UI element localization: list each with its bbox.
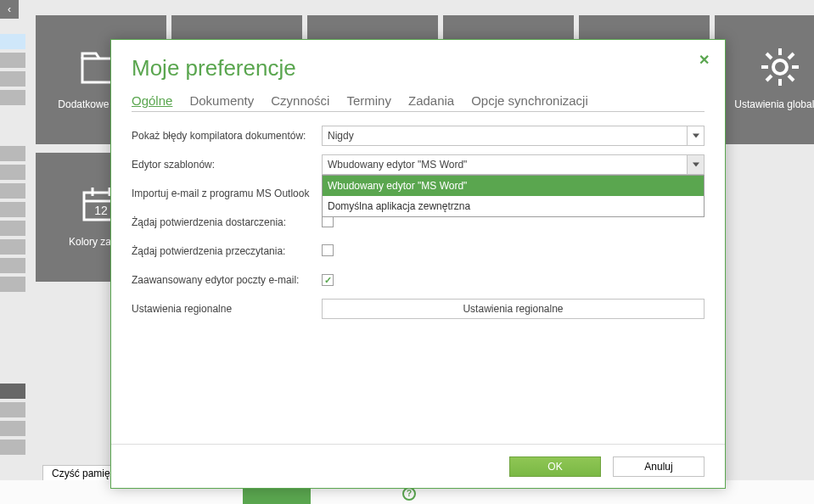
svg-text:12: 12 (94, 204, 108, 217)
tab-zadania[interactable]: Zadania (408, 93, 454, 108)
advanced-email-label: Zaawansowany edytor poczty e-mail: (132, 274, 322, 286)
help-icon[interactable]: ? (402, 487, 416, 501)
read-confirm-label: Żądaj potwierdzenia przeczytania: (132, 245, 322, 257)
tab-terminy[interactable]: Terminy (346, 93, 391, 108)
ok-button-label: OK (547, 461, 562, 473)
template-editor-value: Wbudowany edytor "MS Word" (328, 159, 467, 171)
nav-tile-label: Ustawienia globalne (729, 98, 814, 110)
dialog-tabs: OgólneDokumentyCzynnościTerminyZadaniaOp… (132, 93, 705, 112)
cancel-button[interactable]: Anuluj (613, 456, 705, 477)
clear-memory-label: Czyść pamięć (52, 468, 115, 479)
svg-line-7 (789, 76, 794, 81)
regional-settings-button-label: Ustawienia regionalne (463, 303, 563, 315)
compiler-errors-label: Pokaż błędy kompilatora dokumentów: (132, 130, 322, 142)
regional-label: Ustawienia regionalne (132, 303, 322, 315)
nav-tile[interactable]: Ustawienia globalne (715, 15, 814, 144)
template-editor-option[interactable]: Domyślna aplikacja zewnętrzna (323, 196, 704, 216)
compiler-errors-select[interactable]: Nigdy (322, 126, 705, 146)
chevron-down-icon (687, 155, 704, 174)
ok-button[interactable]: OK (509, 456, 601, 477)
tab-ogólne[interactable]: Ogólne (132, 93, 172, 108)
cancel-button-label: Anuluj (644, 461, 672, 473)
advanced-email-checkbox[interactable] (322, 274, 334, 286)
svg-point-1 (773, 60, 787, 74)
gear-icon (757, 44, 803, 90)
regional-settings-button[interactable]: Ustawienia regionalne (322, 299, 705, 319)
close-button[interactable]: ✕ (699, 52, 710, 68)
template-editor-option[interactable]: Wbudowany edytor "MS Word" (323, 176, 704, 196)
template-editor-select[interactable]: Wbudowany edytor "MS Word" (322, 154, 705, 175)
svg-line-9 (766, 76, 772, 81)
tab-dokumenty[interactable]: Dokumenty (189, 93, 254, 108)
compiler-errors-value: Nigdy (328, 130, 354, 142)
svg-line-8 (789, 53, 794, 59)
svg-line-6 (766, 53, 772, 59)
delivery-confirm-label: Żądaj potwierdzenia dostarczenia: (132, 216, 322, 228)
outlook-import-label: Importuj e-mail z programu MS Outlook (132, 188, 322, 199)
template-editor-label: Edytor szablonów: (132, 159, 322, 171)
chevron-down-icon (687, 126, 704, 145)
preferences-dialog: ✕ Moje preferencje OgólneDokumentyCzynno… (110, 39, 726, 489)
tab-opcje-synchronizacji[interactable]: Opcje synchronizacji (471, 93, 588, 108)
read-confirm-checkbox[interactable] (322, 244, 334, 256)
tab-czynności[interactable]: Czynności (271, 93, 329, 108)
dialog-footer: OK Anuluj (111, 444, 725, 488)
close-icon: ✕ (699, 53, 710, 67)
chevron-left-icon: ‹ (8, 3, 11, 15)
template-editor-dropdown: Wbudowany edytor "MS Word"Domyślna aplik… (322, 175, 705, 217)
dialog-title: Moje preferencje (132, 55, 705, 81)
